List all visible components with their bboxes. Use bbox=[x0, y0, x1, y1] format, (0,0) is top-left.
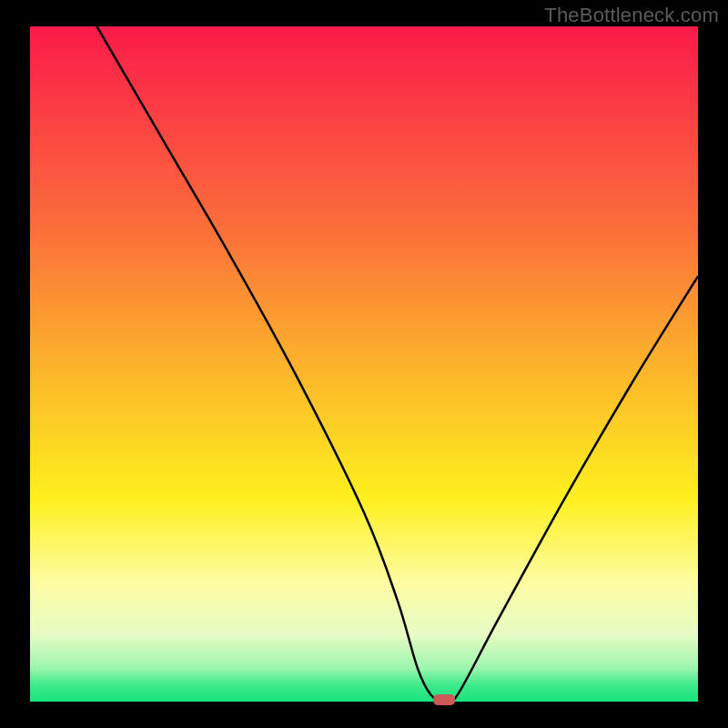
optimum-marker bbox=[433, 694, 455, 705]
watermark-text: TheBottleneck.com bbox=[544, 4, 719, 27]
bottleneck-chart bbox=[0, 0, 728, 728]
chart-container: TheBottleneck.com bbox=[0, 0, 728, 728]
plot-background bbox=[30, 26, 698, 702]
